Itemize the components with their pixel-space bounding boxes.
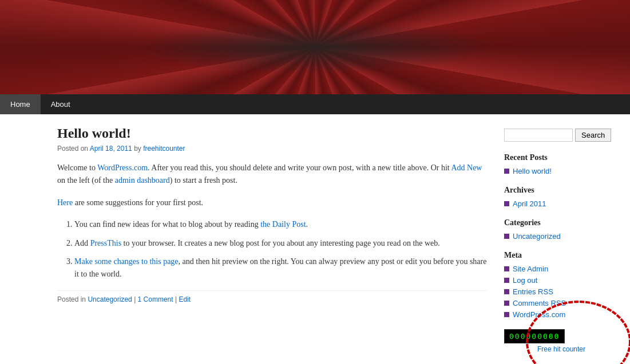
comments-rss-link[interactable]: Comments RSS (513, 299, 566, 307)
add-new-link[interactable]: Add New (451, 163, 482, 172)
comments-link[interactable]: 1 Comment (138, 295, 173, 303)
recent-post-link[interactable]: Hello world! (513, 167, 552, 175)
pressthis-link[interactable]: PressThis (90, 239, 121, 247)
header-image (0, 0, 630, 94)
recent-posts-heading: Recent Posts (504, 153, 619, 162)
suggestions-text: are some suggestions for your first post… (73, 198, 203, 207)
list-item: Comments RSS (504, 299, 619, 307)
navigation: Home About (0, 94, 630, 114)
hit-counter-area: 000000000 Free hit counter (504, 329, 619, 353)
post-body-intro: Welcome to WordPress.com. After you read… (57, 162, 487, 187)
sidebar: Search Recent Posts Hello world! Archive… (504, 126, 619, 353)
wordpress-link[interactable]: WordPress.com (97, 163, 148, 172)
list-item-1-prefix: You can find new ideas for what to blog … (74, 220, 260, 229)
wordpress-com-link[interactable]: WordPress.com (513, 310, 565, 319)
nav-link-about[interactable]: About (41, 94, 81, 114)
site-admin-link[interactable]: Site Admin (513, 265, 548, 273)
here-link[interactable]: Here (57, 198, 73, 207)
post-footer: Posted in Uncategorized | 1 Comment | Ed… (57, 290, 487, 303)
post-author[interactable]: freehitcounter (143, 145, 185, 153)
sidebar-section-meta: Meta Site Admin Log out Entries RSS Comm… (504, 251, 619, 319)
daily-post-link[interactable]: the Daily Post (260, 220, 306, 229)
sidebar-section-categories: Categories Uncategorized (504, 218, 619, 241)
list-item: Log out (504, 276, 619, 285)
main-content: Hello world! Posted on April 18, 2011 by… (57, 126, 487, 353)
nav-link-home[interactable]: Home (0, 94, 41, 114)
list-item-1-suffix: . (306, 220, 308, 229)
search-form[interactable]: Search (504, 129, 619, 142)
archive-link[interactable]: April 2011 (513, 199, 546, 208)
suggestions-intro: Here are some suggestions for your first… (57, 197, 487, 209)
by-label: by (134, 145, 143, 153)
list-item: Site Admin (504, 265, 619, 273)
hit-counter-display: 000000000 (504, 329, 565, 343)
body-text-3: on the left (of the (57, 176, 115, 185)
category-link[interactable]: Uncategorized (513, 232, 561, 241)
post-date[interactable]: April 18, 2011 (90, 145, 132, 153)
body-text-4: ) to start a fresh post. (170, 176, 237, 185)
body-text-2: . After you read this, you should delete… (148, 163, 451, 172)
list-item: Entries RSS (504, 287, 619, 296)
list-item: WordPress.com (504, 310, 619, 319)
sidebar-section-archives: Archives April 2011 (504, 186, 619, 208)
site-header (0, 0, 630, 94)
list-item: Add PressThis to your browser. It create… (74, 237, 487, 250)
list-item: Uncategorized (504, 232, 619, 241)
edit-link[interactable]: Edit (179, 295, 191, 303)
make-changes-link[interactable]: Make some changes to this page (74, 257, 179, 266)
category-link[interactable]: Uncategorized (88, 295, 132, 303)
entries-rss-link[interactable]: Entries RSS (513, 287, 553, 296)
post: Hello world! Posted on April 18, 2011 by… (57, 126, 487, 303)
search-button[interactable]: Search (575, 129, 611, 142)
list-item: Make some changes to this page, and then… (74, 255, 487, 281)
list-item: April 2011 (504, 199, 619, 208)
nav-item-about[interactable]: About (41, 94, 81, 114)
nav-item-home[interactable]: Home (0, 94, 41, 114)
sidebar-section-recent-posts: Recent Posts Hello world! (504, 153, 619, 175)
categories-heading: Categories (504, 218, 619, 227)
meta-heading: Meta (504, 251, 619, 260)
posted-on-label: Posted on (57, 145, 88, 153)
list-item-2-prefix: Add (74, 239, 90, 247)
hit-counter-label[interactable]: Free hit counter (504, 345, 619, 353)
list-item: You can find new ideas for what to blog … (74, 218, 487, 231)
post-meta: Posted on April 18, 2011 by freehitcount… (57, 145, 487, 153)
list-item-2-suffix: to your browser. It creates a new blog p… (121, 239, 440, 247)
content-wrapper: Hello world! Posted on April 18, 2011 by… (0, 114, 630, 364)
logout-link[interactable]: Log out (513, 276, 537, 285)
archives-heading: Archives (504, 186, 619, 195)
post-list: You can find new ideas for what to blog … (74, 218, 487, 281)
posted-in-label: Posted in (57, 295, 86, 303)
body-text-1: Welcome to (57, 163, 97, 172)
post-title: Hello world! (57, 126, 487, 141)
admin-dashboard-link[interactable]: admin dashboard (115, 176, 170, 185)
search-input[interactable] (504, 129, 573, 142)
list-item: Hello world! (504, 167, 619, 175)
